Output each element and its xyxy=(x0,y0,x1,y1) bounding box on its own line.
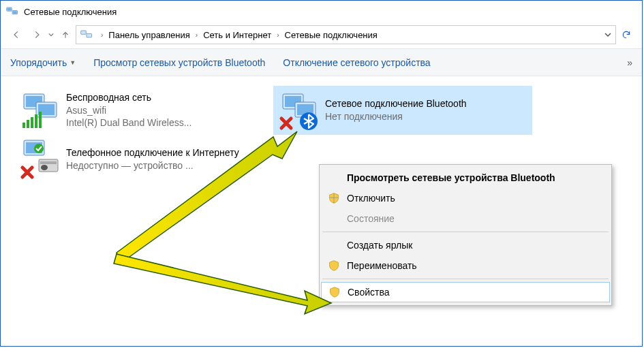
toolbar-overflow[interactable]: » xyxy=(627,57,632,68)
svg-rect-23 xyxy=(39,159,58,172)
svg-rect-1 xyxy=(7,8,12,11)
ctx-label: Состояние xyxy=(347,213,395,224)
shield-icon xyxy=(328,286,341,298)
disable-label: Отключение сетевого устройства xyxy=(283,57,430,68)
svg-rect-13 xyxy=(35,114,37,128)
ctx-label: Свойства xyxy=(348,287,389,298)
connection-info: Сетевое подключение Bluetooth Нет подклю… xyxy=(325,90,467,131)
connection-item-wireless[interactable]: Беспроводная сеть Asus_wifi Intel(R) Dua… xyxy=(14,86,273,135)
caret-down-icon: ▼ xyxy=(70,59,76,66)
address-dropdown[interactable] xyxy=(604,30,611,40)
chevron-right-icon: › xyxy=(191,31,202,39)
view-bt-devices-button[interactable]: Просмотр сетевых устройств Bluetooth xyxy=(93,57,265,68)
svg-marker-27 xyxy=(114,254,331,314)
nav-row: › Панель управления › Сеть и Интернет › … xyxy=(1,21,642,48)
svg-point-25 xyxy=(41,165,48,170)
ctx-label: Просмотреть сетевые устройства Bluetooth xyxy=(347,172,555,183)
ctx-disable[interactable]: Отключить xyxy=(321,188,610,208)
connection-name: Сетевое подключение Bluetooth xyxy=(325,97,467,110)
titlebar: Сетевые подключения xyxy=(1,1,642,21)
view-bt-label: Просмотр сетевых устройств Bluetooth xyxy=(93,57,265,68)
svg-rect-5 xyxy=(87,34,92,37)
connection-item-bluetooth[interactable]: Сетевое подключение Bluetooth Нет подклю… xyxy=(273,86,532,135)
window-title: Сетевые подключения xyxy=(24,7,117,17)
chevron-right-icon: › xyxy=(97,31,107,39)
organize-label: Упорядочить xyxy=(10,57,67,68)
ctx-label: Создать ярлык xyxy=(347,240,412,251)
organize-menu[interactable]: Упорядочить ▼ xyxy=(10,57,76,68)
ctx-view-bt-devices[interactable]: Просмотреть сетевые устройства Bluetooth xyxy=(321,168,610,188)
connection-status: Недоступно — устройство ... xyxy=(66,159,239,172)
ctx-label: Отключить xyxy=(347,193,395,204)
shield-icon xyxy=(328,192,340,204)
refresh-button[interactable] xyxy=(616,25,637,45)
chevron-right-icon: › xyxy=(273,31,283,39)
ctx-label: Переименовать xyxy=(347,260,417,271)
back-button[interactable] xyxy=(6,25,27,45)
address-bar[interactable]: › Панель управления › Сеть и Интернет › … xyxy=(76,25,616,44)
svg-point-22 xyxy=(34,144,44,153)
connection-status: Нет подключения xyxy=(325,110,467,123)
wireless-adapter-icon xyxy=(20,90,61,131)
connection-info: Беспроводная сеть Asus_wifi Intel(R) Dua… xyxy=(66,90,191,131)
bluetooth-adapter-icon xyxy=(279,90,320,131)
svg-rect-14 xyxy=(39,112,42,128)
breadcrumb-item[interactable]: Панель управления xyxy=(108,30,189,40)
menu-separator xyxy=(322,232,609,232)
ctx-status: Состояние xyxy=(321,208,610,229)
network-connections-icon xyxy=(6,5,18,18)
connection-info: Телефонное подключение к Интернету Недос… xyxy=(66,139,239,180)
disable-device-button[interactable]: Отключение сетевого устройства xyxy=(283,57,430,68)
shield-icon xyxy=(328,259,340,272)
connection-item-dialup[interactable]: Телефонное подключение к Интернету Недос… xyxy=(14,135,273,184)
connection-name: Беспроводная сеть xyxy=(66,91,191,104)
recent-dropdown[interactable] xyxy=(47,32,55,37)
breadcrumb-item[interactable]: Сетевые подключения xyxy=(285,30,378,40)
breadcrumb-item[interactable]: Сеть и Интернет xyxy=(203,30,271,40)
svg-rect-3 xyxy=(13,11,17,14)
address-icon xyxy=(80,29,93,41)
context-menu: Просмотреть сетевые устройства Bluetooth… xyxy=(319,164,612,306)
svg-rect-4 xyxy=(81,31,87,34)
menu-separator xyxy=(322,279,609,279)
ctx-rename[interactable]: Переименовать xyxy=(321,255,610,276)
svg-rect-10 xyxy=(22,123,25,128)
ctx-properties[interactable]: Свойства xyxy=(321,282,610,302)
ctx-create-shortcut[interactable]: Создать ярлык xyxy=(321,235,610,255)
forward-button[interactable] xyxy=(27,25,47,45)
toolbar: Упорядочить ▼ Просмотр сетевых устройств… xyxy=(1,49,642,76)
connection-name: Телефонное подключение к Интернету xyxy=(66,146,239,159)
connection-ssid: Asus_wifi xyxy=(66,104,191,117)
dialup-adapter-icon xyxy=(20,139,61,180)
connection-adapter: Intel(R) Dual Band Wireless... xyxy=(66,116,191,129)
svg-rect-11 xyxy=(27,120,29,128)
svg-rect-24 xyxy=(40,161,57,164)
up-button[interactable] xyxy=(55,25,76,45)
svg-rect-12 xyxy=(31,117,33,128)
window: Сетевые подключения › Панель управления … xyxy=(0,0,643,347)
